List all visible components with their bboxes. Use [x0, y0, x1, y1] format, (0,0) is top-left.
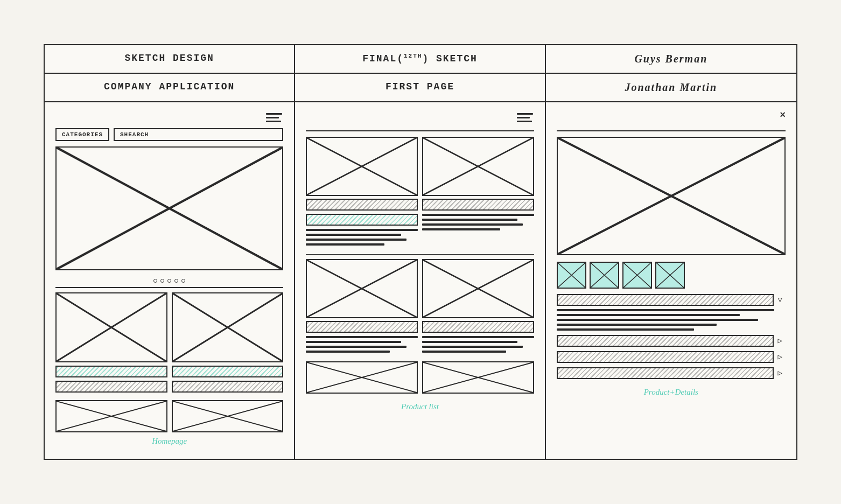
ham-line-6: [517, 121, 532, 122]
dots-indicator: [55, 275, 283, 287]
p3-detail-row-1: ▽: [557, 294, 786, 306]
p3-text-lines: [557, 309, 786, 331]
p2-product-4: [422, 259, 534, 357]
p2-img-2: [422, 137, 534, 196]
p2-foot-img-2: [422, 361, 534, 394]
section-hatch-1: [557, 335, 774, 347]
p2-green-1: [306, 214, 418, 226]
final-pre: FINAL(: [362, 53, 404, 64]
categories-button[interactable]: CATEGORIES: [55, 128, 109, 141]
text-line-4c: [422, 346, 523, 348]
p3-text-line-5: [557, 328, 694, 331]
ham-line-5: [517, 117, 530, 118]
p2-hatch-1: [306, 199, 418, 211]
text-line-1c: [306, 239, 407, 241]
chevron-right-icon-3[interactable]: ▷: [778, 368, 782, 377]
p3-section-2: ▷: [557, 351, 786, 363]
product-bar-green-2: [172, 366, 284, 377]
header-guys-berman: Guys Berman: [546, 45, 796, 73]
product-bar-green-1: [55, 366, 167, 377]
product-bar-hatch-2: [172, 381, 284, 393]
thumb-3[interactable]: [622, 262, 652, 289]
p2-img-1: [306, 137, 418, 196]
dot-4: [174, 279, 178, 283]
product-bar-hatch-1: [55, 381, 167, 393]
p3-text-line-3: [557, 319, 758, 321]
close-button[interactable]: ×: [780, 110, 786, 121]
panel-homepage: CATEGORIES SHEARCH: [45, 102, 295, 459]
p2-text-3: [306, 336, 418, 353]
p2-bottom-grid: [306, 259, 534, 357]
header-top-row: SKETCH DESIGN FINAL(12th) SKETCH Guys Be…: [45, 45, 796, 74]
dot-2: [160, 279, 164, 283]
p3-text-line-2: [557, 314, 740, 316]
header-sketch-design: SKETCH DESIGN: [45, 45, 295, 73]
main-hero-image: [55, 146, 283, 270]
text-line-3b: [306, 341, 401, 343]
section-hatch-2: [557, 351, 774, 363]
p2-product-3: [306, 259, 418, 357]
divider-1: [55, 287, 283, 288]
p2-foot-grid: [306, 361, 534, 394]
thumb-1[interactable]: [557, 262, 586, 289]
hamburger-icon[interactable]: [266, 113, 282, 122]
p3-main-image: [557, 137, 786, 255]
panel-3-label: Product+Details: [557, 383, 786, 404]
nav-bar: CATEGORIES SHEARCH: [55, 128, 283, 141]
p2-text-1: [306, 229, 418, 246]
search-button[interactable]: SHEARCH: [114, 128, 283, 141]
text-line-1d: [306, 243, 384, 246]
p3-text-line-1: [557, 309, 774, 311]
p2-text-2: [422, 214, 534, 230]
thumb-4[interactable]: [655, 262, 685, 289]
text-line-2c: [422, 223, 523, 226]
dot-3: [167, 279, 171, 283]
p3-section-3: ▷: [557, 367, 786, 379]
p2-text-4: [422, 336, 534, 353]
hamburger-icon-2[interactable]: [517, 113, 533, 122]
product-img-1: [55, 292, 167, 362]
main-container: SKETCH DESIGN FINAL(12th) SKETCH Guys Be…: [44, 44, 797, 460]
section-hatch-3: [557, 367, 774, 379]
p2-foot-img-1: [306, 361, 418, 394]
text-line-2b: [422, 219, 517, 221]
text-line-3d: [306, 351, 390, 353]
header-company-app: COMPANY APPLICATION: [45, 74, 295, 101]
p2-hatch-3: [306, 321, 418, 333]
text-line-4d: [422, 351, 506, 353]
text-line-1b: [306, 234, 401, 236]
header-jonathan-martin: Jonathan Martin: [546, 74, 796, 101]
final-sup: 12th: [404, 53, 422, 64]
p2-hatch-4: [422, 321, 534, 333]
chevron-down-icon-1[interactable]: ▽: [778, 295, 782, 304]
text-line-1a: [306, 229, 418, 231]
final-post: ) SKETCH: [422, 53, 477, 64]
text-line-2a: [422, 214, 534, 216]
text-line-4b: [422, 341, 517, 343]
panel-2-label: Product list: [306, 398, 534, 419]
detail-hatch-1: [557, 294, 774, 306]
dot-1: [153, 279, 157, 283]
thumb-2[interactable]: [590, 262, 619, 289]
p2-img-3: [306, 259, 418, 318]
product-grid-bottom: [55, 292, 283, 396]
p3-top-divider: [557, 130, 786, 131]
product-item-1: [55, 292, 167, 396]
header-first-page: FIRST PAGE: [295, 74, 545, 101]
panel-1-label: Homepage: [55, 432, 283, 453]
bottom-img-1: [55, 400, 167, 432]
ham-line-2: [266, 117, 279, 118]
text-line-3c: [306, 346, 407, 348]
chevron-right-icon-1[interactable]: ▷: [778, 336, 782, 345]
p2-img-4: [422, 259, 534, 318]
ham-line-3: [266, 121, 281, 122]
bottom-thumb-grid: [55, 400, 283, 432]
bottom-img-2: [172, 400, 284, 432]
dot-5: [181, 279, 185, 283]
p2-top-divider: [306, 130, 534, 131]
p3-text-line-4: [557, 324, 717, 326]
product-img-2: [172, 292, 284, 362]
chevron-right-icon-2[interactable]: ▷: [778, 352, 782, 361]
p2-hatch-2: [422, 199, 534, 211]
p3-section-1: ▷: [557, 335, 786, 347]
